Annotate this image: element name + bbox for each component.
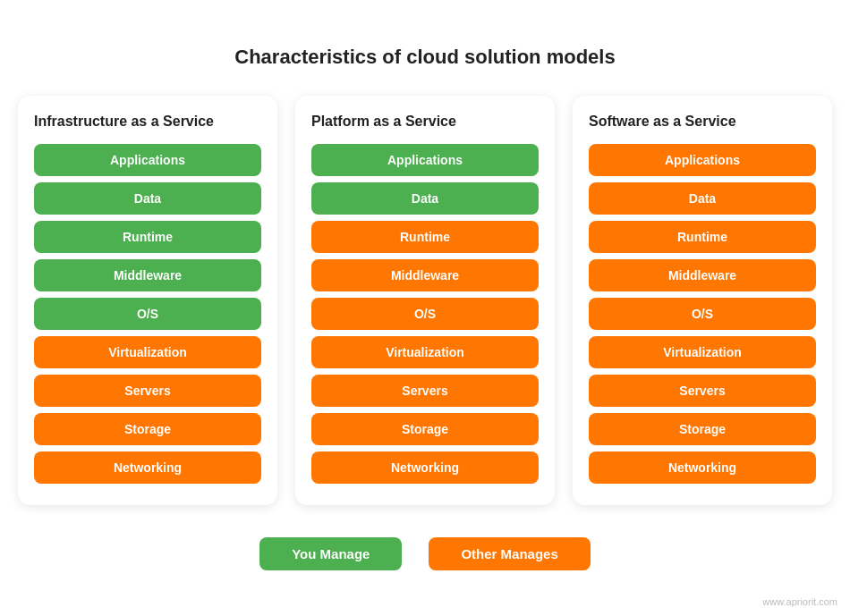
row-item-saas-0: Applications	[589, 144, 816, 176]
row-item-iaas-8: Networking	[34, 451, 261, 484]
row-item-iaas-6: Servers	[34, 375, 261, 407]
card-paas: Platform as a ServiceApplicationsDataRun…	[295, 96, 555, 505]
row-item-paas-2: Runtime	[311, 221, 539, 253]
legend-other-manages: Other Manages	[429, 537, 590, 570]
row-item-iaas-5: Virtualization	[34, 336, 261, 368]
row-item-saas-4: O/S	[589, 298, 816, 330]
card-title-saas: Software as a Service	[589, 114, 816, 130]
legend-container: You Manage Other Manages	[259, 537, 591, 570]
row-item-saas-3: Middleware	[589, 259, 816, 291]
row-item-paas-6: Servers	[311, 375, 539, 407]
row-item-saas-7: Storage	[589, 413, 816, 445]
cards-container: Infrastructure as a ServiceApplicationsD…	[18, 96, 832, 505]
row-item-saas-1: Data	[589, 182, 816, 215]
row-item-iaas-7: Storage	[34, 413, 261, 445]
row-item-paas-5: Virtualization	[311, 336, 539, 368]
row-item-iaas-4: O/S	[34, 298, 261, 330]
row-item-iaas-3: Middleware	[34, 259, 261, 291]
row-item-saas-2: Runtime	[589, 221, 816, 253]
row-item-paas-7: Storage	[311, 413, 539, 445]
card-iaas: Infrastructure as a ServiceApplicationsD…	[18, 96, 277, 505]
row-item-iaas-2: Runtime	[34, 221, 261, 253]
legend-you-manage: You Manage	[259, 537, 402, 570]
page-title: Characteristics of cloud solution models	[234, 46, 615, 69]
row-item-saas-6: Servers	[589, 375, 816, 407]
card-title-paas: Platform as a Service	[311, 114, 539, 130]
card-saas: Software as a ServiceApplicationsDataRun…	[573, 96, 832, 505]
row-item-paas-8: Networking	[311, 451, 539, 484]
row-item-saas-8: Networking	[589, 451, 816, 484]
row-item-iaas-1: Data	[34, 182, 261, 215]
row-item-paas-0: Applications	[311, 144, 539, 176]
row-item-saas-5: Virtualization	[589, 336, 816, 368]
watermark: www.apriorit.com	[762, 596, 837, 607]
row-item-paas-1: Data	[311, 182, 539, 215]
row-item-paas-4: O/S	[311, 298, 539, 330]
card-title-iaas: Infrastructure as a Service	[34, 114, 261, 130]
row-item-iaas-0: Applications	[34, 144, 261, 176]
row-item-paas-3: Middleware	[311, 259, 539, 291]
